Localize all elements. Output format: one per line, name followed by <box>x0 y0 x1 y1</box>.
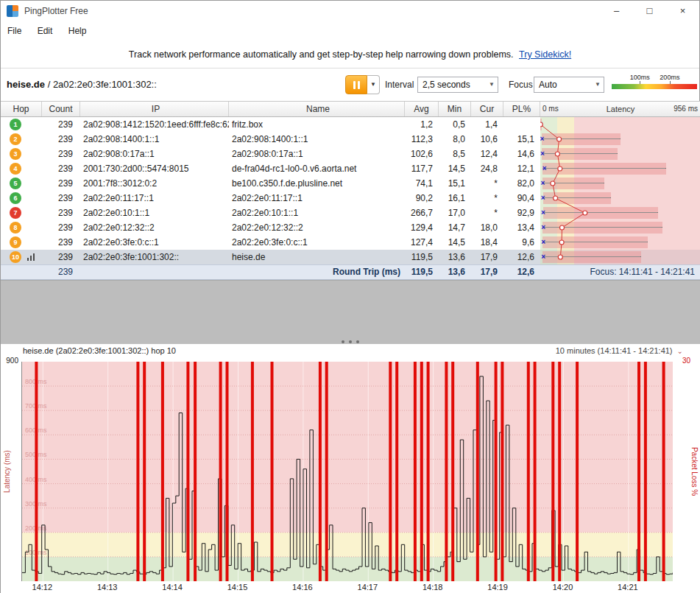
name-cell: 2a02:908:1400:1::1 <box>229 132 405 147</box>
current-latency-marker: × <box>541 206 545 220</box>
header-pl: PL% <box>503 102 540 116</box>
pause-dropdown-button[interactable]: ▼ <box>367 75 380 94</box>
splitter-dot <box>342 340 344 343</box>
interval-select[interactable]: 2,5 seconds ▼ <box>417 77 498 93</box>
hop-cell: 6 <box>1 191 42 206</box>
min-cell: 14,5 <box>439 235 471 250</box>
hop-badge: 8 <box>10 222 21 234</box>
avg-cell: 74,1 <box>405 176 439 191</box>
chevron-down-icon: ▼ <box>595 77 601 92</box>
latency-whisker <box>542 242 648 242</box>
ip-cell: 2001:7f8::3012:0:2 <box>80 176 229 191</box>
y2-axis-max-label: 30 <box>682 357 690 365</box>
y-axis-label: Latency (ms) <box>3 427 13 516</box>
min-cell: 14,7 <box>439 220 471 235</box>
x-tick-label: 14:14 <box>162 583 183 592</box>
timeline-plot[interactable]: 800 ms700 ms600 ms500 ms400 ms300 ms200 … <box>21 362 672 581</box>
y2-axis-label: Packet Loss % <box>688 427 699 516</box>
summary-cur: 17,9 <box>471 265 503 279</box>
cur-cell: 10,6 <box>471 132 503 147</box>
hop-badge: 7 <box>10 207 21 219</box>
avg-cell: 266,7 <box>405 206 439 220</box>
focus-select[interactable]: Auto ▼ <box>534 77 604 93</box>
y-axis-max-label: 900 <box>2 357 18 365</box>
hop-row-8[interactable]: 82392a02:2e0:12:32::22a02:2e0:12:32::212… <box>1 220 700 235</box>
row-latency-graph: × <box>540 250 700 264</box>
pl-cell: 92,9 <box>503 206 540 220</box>
name-cell: be100.c350.f.de.plusline.net <box>229 176 405 191</box>
pl-cell <box>503 117 540 132</box>
pause-icon <box>353 81 356 89</box>
header-name: Name <box>229 102 405 116</box>
focused-graph-icon <box>27 253 36 261</box>
hop-row-5[interactable]: 52392001:7f8::3012:0:2be100.c350.f.de.pl… <box>1 176 700 191</box>
name-cell: 2a02:2e0:10:1::1 <box>229 206 405 220</box>
header-cur: Cur <box>471 102 503 116</box>
hop-badge: 1 <box>10 119 21 130</box>
focus-range-label: Focus: 14:11:41 - 14:21:41 <box>540 265 700 279</box>
hop-row-10[interactable]: 102392a02:2e0:3fe:1001:302::heise.de119,… <box>1 250 700 264</box>
promo-banner: Track network performance automatically … <box>1 41 699 69</box>
cur-cell: * <box>471 176 503 191</box>
timeline-range-selector[interactable]: 10 minutes (14:11:41 - 14:21:41) ⌄ <box>556 346 683 355</box>
name-cell: 2a02:2e0:11:17::1 <box>229 191 405 206</box>
menu-file[interactable]: File <box>1 21 28 41</box>
pl-cell: 15,1 <box>503 132 540 147</box>
cur-cell: 24,8 <box>471 161 503 176</box>
ip-cell: 2a02:2e0:11:17::1 <box>80 191 229 206</box>
ip-cell: 2a02:908:0:17a::1 <box>80 147 229 161</box>
avg-cell: 117,7 <box>405 161 439 176</box>
name-cell: heise.de <box>229 250 405 264</box>
hop-row-4[interactable]: 42392001:730:2d00::5474:8015de-fra04d-rc… <box>1 161 700 176</box>
min-cell: 8,5 <box>439 147 471 161</box>
current-latency-marker: × <box>541 176 545 191</box>
header-hop: Hop <box>1 102 42 116</box>
cur-cell: * <box>471 191 503 206</box>
close-button[interactable]: × <box>666 1 699 21</box>
titlebar[interactable]: PingPlotter Free – □ × <box>1 1 699 21</box>
latency-range-bar <box>543 192 611 204</box>
graph-scale-min: 0 ms <box>542 102 559 116</box>
ip-cell: 2001:730:2d00::5474:8015 <box>80 161 229 176</box>
scale-gradient-bar <box>612 84 697 89</box>
menu-edit[interactable]: Edit <box>31 21 60 41</box>
hop-row-9[interactable]: 92392a02:2e0:3fe:0:c::12a02:2e0:3fe:0:c:… <box>1 235 700 250</box>
target-separator: / <box>45 79 53 90</box>
pl-cell: 13,4 <box>503 220 540 235</box>
latency-whisker <box>542 227 662 228</box>
maximize-button[interactable]: □ <box>633 1 666 21</box>
target-toolbar: heise.de / 2a02:2e0:3fe:1001:302:: ▼ Int… <box>1 69 699 101</box>
latency-scale-legend: 100ms 200ms <box>612 74 697 93</box>
pl-cell: 14,6 <box>503 147 540 161</box>
count-cell: 239 <box>42 176 80 191</box>
min-cell: 17,0 <box>439 206 471 220</box>
ip-cell: 2a02:2e0:12:32::2 <box>80 220 229 235</box>
collapsed-panel-area <box>1 280 700 344</box>
cur-cell: 18,0 <box>471 220 503 235</box>
pause-button[interactable] <box>345 75 367 94</box>
try-sidekick-link[interactable]: Try Sidekick! <box>519 49 571 60</box>
latency-range-bar <box>542 133 621 145</box>
hop-row-6[interactable]: 62392a02:2e0:11:17::12a02:2e0:11:17::190… <box>1 191 700 206</box>
minimize-button[interactable]: – <box>600 1 633 21</box>
hop-row-7[interactable]: 72392a02:2e0:10:1::12a02:2e0:10:1::1266,… <box>1 206 700 220</box>
ip-cell: 2a02:2e0:3fe:1001:302:: <box>80 250 229 264</box>
current-latency-marker: × <box>540 132 544 147</box>
hop-badge: 3 <box>10 148 21 160</box>
interval-label: Interval <box>385 69 414 101</box>
row-latency-graph: × <box>540 206 700 220</box>
hop-row-3[interactable]: 32392a02:908:0:17a::12a02:908:0:17a::110… <box>1 147 700 161</box>
count-cell: 239 <box>42 161 80 176</box>
menubar: File Edit Help <box>1 21 699 41</box>
latency-whisker <box>543 197 611 198</box>
pingplotter-logo-icon <box>7 5 18 17</box>
x-tick-label: 14:15 <box>227 583 248 592</box>
hop-badge: 5 <box>10 178 21 189</box>
cur-cell: 18,4 <box>471 235 503 250</box>
trace-control: ▼ <box>345 75 380 94</box>
current-latency-marker: × <box>541 235 545 250</box>
latency-whisker <box>542 256 641 257</box>
menu-help[interactable]: Help <box>62 21 93 41</box>
hop-row-1[interactable]: 12392a02:908:1412:1520:1eed:6fff:fe8c:62… <box>1 117 700 132</box>
hop-row-2[interactable]: 22392a02:908:1400:1::12a02:908:1400:1::1… <box>1 132 700 147</box>
